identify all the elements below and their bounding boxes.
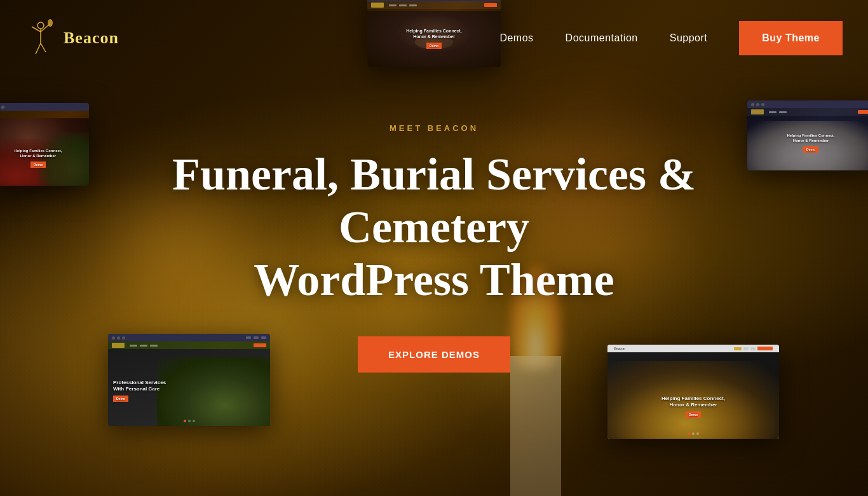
svg-point-0 xyxy=(37,22,44,29)
dot-active-br xyxy=(688,432,690,435)
dot-bl1 xyxy=(112,336,115,340)
svg-line-2 xyxy=(32,27,41,32)
br-nav-2 xyxy=(743,347,749,350)
logo-text: Beacon xyxy=(64,29,119,48)
dots-indicator-br xyxy=(688,432,699,435)
nav-links-group: Demos Documentation Support Buy Theme xyxy=(499,21,843,55)
svg-line-5 xyxy=(41,43,46,52)
screenshot-title-bl: Professional Services xyxy=(113,380,265,386)
demo-screenshot-top-left[interactable]: Helping Families Connect, Honor & Rememb… xyxy=(0,103,89,186)
mini-link-bl1 xyxy=(130,345,137,347)
screenshot-caption-left: Helping Families Connect, Honor & Rememb… xyxy=(0,144,89,173)
hero-eyebrow: MEET BEACON xyxy=(148,123,720,133)
svg-point-6 xyxy=(48,19,53,27)
demo-screenshot-top-right[interactable]: Helping Families Connect, Honor & Rememb… xyxy=(747,100,868,170)
screenshot-body-left: Helping Families Connect, Honor & Rememb… xyxy=(0,111,89,186)
br-buy-btn xyxy=(757,347,773,350)
dot-r1 xyxy=(751,103,754,106)
screenshot-title2-bl: With Personal Care xyxy=(113,386,265,392)
screenshot-caption-right: Helping Families Connect, Honor & Rememb… xyxy=(747,128,868,158)
dot-active xyxy=(184,420,186,422)
dot-inactive-2 xyxy=(193,420,195,422)
mini-link-r1 xyxy=(769,111,776,113)
mini-nav-right xyxy=(747,108,868,116)
dot-inactive-br1 xyxy=(692,432,695,435)
screenshot-badge-right: Demo xyxy=(803,146,818,153)
mini-buy-btn-right xyxy=(858,110,868,114)
dot-r2 xyxy=(756,103,759,106)
dot-inactive-1 xyxy=(188,420,191,422)
br-nav-3 xyxy=(750,347,756,350)
nav-link-support[interactable]: Support xyxy=(670,32,708,44)
screenshot-bar-right xyxy=(747,100,868,108)
dot-3 xyxy=(1,106,4,109)
screenshot-bar-left xyxy=(0,103,89,111)
window-controls-br xyxy=(734,347,775,350)
hero-title-line2: WordPress Theme xyxy=(254,254,614,305)
br-nav-1 xyxy=(734,347,742,350)
dot-bl2 xyxy=(117,336,120,340)
screenshot-badge-left: Demo xyxy=(31,162,46,169)
screenshot-badge-br: Demo xyxy=(686,411,701,418)
buy-theme-button[interactable]: Buy Theme xyxy=(739,21,843,55)
screenshot-badge-bl: Demo xyxy=(113,396,128,403)
dots-indicator xyxy=(184,420,195,422)
hero-content: MEET BEACON Funeral, Burial Services & C… xyxy=(148,123,720,373)
hero-title-line1: Funeral, Burial Services & Cemetery xyxy=(172,149,696,252)
logo-icon xyxy=(25,19,56,57)
mini-link-r2 xyxy=(779,111,787,113)
screenshot-caption-bl: Professional Services With Personal Care… xyxy=(108,375,270,407)
hero-title: Funeral, Burial Services & Cemetery Word… xyxy=(148,148,720,306)
mini-links-right xyxy=(769,111,787,113)
screenshot-caption-br: Helping Families Connect, Honor & Rememb… xyxy=(607,390,779,423)
nav-link-documentation[interactable]: Documentation xyxy=(566,32,638,44)
dot-bl3 xyxy=(122,336,125,340)
dot-inactive-br2 xyxy=(696,432,699,435)
mini-link-bl2 xyxy=(140,345,147,347)
candle-body xyxy=(510,356,561,496)
screenshot-title-right: Helping Families Connect, xyxy=(752,134,868,139)
nav-link-demos[interactable]: Demos xyxy=(499,32,533,44)
svg-line-4 xyxy=(36,43,41,54)
dot-r3 xyxy=(761,103,764,106)
mini-logo-bl xyxy=(112,343,125,348)
screenshot-title2-right: Honor & Remember xyxy=(752,139,868,144)
logo[interactable]: Beacon xyxy=(25,19,119,57)
main-navigation: Beacon Demos Documentation Support Buy T… xyxy=(0,0,868,76)
mini-logo-right xyxy=(751,109,764,114)
screenshot-title2-br: Honor & Remember xyxy=(613,402,774,408)
screenshot-title-br: Helping Families Connect, xyxy=(613,396,774,402)
screenshot-title-left: Helping Families Connect, xyxy=(0,149,84,154)
screenshot-body-right: Helping Families Connect, Honor & Rememb… xyxy=(747,108,868,170)
explore-demos-button[interactable]: Explore Demos xyxy=(358,336,510,373)
screenshot-title2-left: Honor & Remember xyxy=(0,154,84,159)
